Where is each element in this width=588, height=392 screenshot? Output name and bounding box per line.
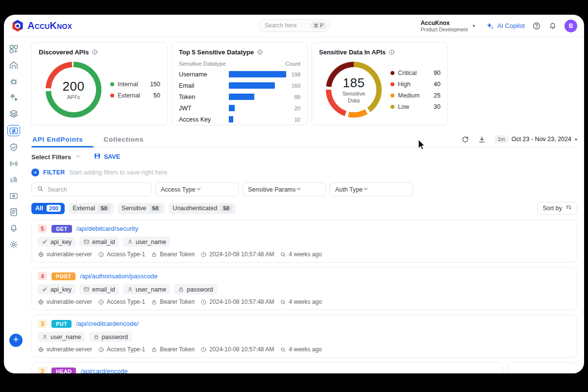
bar-chart-row: JWT20: [179, 102, 300, 114]
tag-chip-user_name[interactable]: user_name: [123, 284, 171, 294]
select-filters-dropdown[interactable]: Select Filters: [31, 153, 81, 161]
legend-dot-icon: [110, 82, 114, 86]
sidebar-item-settings[interactable]: [9, 240, 19, 249]
refresh-icon[interactable]: [461, 135, 469, 144]
user-icon: [127, 286, 133, 293]
endpoint-path-link[interactable]: /api/authorisation/passcode: [80, 272, 157, 280]
filter-chip-unauthenticated[interactable]: Unauthenticated50: [169, 203, 236, 214]
filter-chip-external[interactable]: External50: [69, 203, 114, 214]
globe-icon: [38, 251, 44, 258]
save-filter-button[interactable]: SAVE: [94, 152, 120, 161]
meta-access-type-text: Access Type-1: [107, 298, 145, 305]
range-badge: 1m: [494, 135, 508, 143]
auth-type-select[interactable]: Auth Type: [330, 182, 413, 196]
meta-server: vulnerable-server: [38, 298, 92, 305]
logo-text: AccuKnox: [27, 20, 72, 31]
globe-icon: [38, 346, 44, 353]
legend-value: 40: [434, 81, 441, 88]
mail-icon: [83, 286, 90, 293]
legend-item: External50: [110, 92, 160, 99]
legend-dot-icon: [391, 82, 394, 86]
endpoint-tags: api_keyemail_iduser_name: [38, 237, 571, 247]
endpoint-row[interactable]: 3PUT/api/creditcardencode/user_namepassw…: [31, 315, 577, 358]
filter-chip-sensitive[interactable]: Sensitive50: [118, 203, 165, 214]
legend-item: Internal150: [110, 81, 160, 88]
download-icon[interactable]: [478, 135, 486, 144]
info-icon[interactable]: [92, 49, 98, 55]
tag-chip-password[interactable]: password: [174, 284, 217, 294]
filter-hint: Start adding filters to save right here: [69, 169, 168, 176]
legend-value: 50: [153, 92, 160, 99]
sidebar-item-workloads[interactable]: [9, 109, 19, 119]
donut-value: 185: [343, 75, 365, 91]
endpoint-count-badge: 5: [38, 224, 47, 233]
tag-chip-user_name[interactable]: user_name: [123, 237, 171, 247]
endpoint-path-link[interactable]: /api/debitcard/security: [76, 225, 138, 232]
key-icon: [42, 286, 48, 293]
discovered-apis-card: Discovered APIs 200 API's Internal150Ext…: [31, 42, 168, 125]
legend-label: High: [398, 81, 411, 88]
meta-server: vulnerable-server: [38, 346, 92, 353]
meta-auth-text: Bearer Token: [160, 346, 195, 353]
sidebar-item-dashboard[interactable]: [9, 44, 19, 54]
sidebar-item-reports[interactable]: [9, 207, 19, 217]
sidebar-item-api-security[interactable]: [7, 125, 20, 136]
bar-label: Email: [179, 82, 229, 89]
meta-auth-text: Bearer Token: [160, 298, 195, 305]
legend-item: Medium25: [391, 92, 441, 99]
bar-col-label: Sensitive Datatype: [179, 61, 226, 67]
help-icon[interactable]: [532, 22, 541, 30]
plus-icon: [12, 336, 20, 345]
sidebar-item-issues[interactable]: [9, 76, 19, 86]
endpoint-row[interactable]: 2HEAD/api/card/encodeemail_iduser_namepa…: [31, 362, 503, 373]
tag-chip-user_name[interactable]: user_name: [38, 332, 85, 342]
filter-chips: All200External50Sensitive50Unauthenticat…: [31, 202, 577, 215]
tag-chip-api_key[interactable]: api_key: [38, 237, 75, 247]
notifications-icon[interactable]: [548, 22, 557, 30]
ai-copilot-button[interactable]: AI Copilot: [486, 22, 525, 30]
filter-label[interactable]: FILTER: [43, 169, 65, 176]
tag-chip-email_id[interactable]: email_id: [79, 237, 119, 247]
tab-collections[interactable]: Collections: [102, 131, 150, 147]
legend-value: 150: [150, 81, 160, 88]
endpoint-path-link[interactable]: /api/card/encode: [80, 368, 127, 373]
endpoint-path-link[interactable]: /api/creditcardencode/: [76, 320, 139, 327]
access-type-select[interactable]: Access Type: [155, 182, 239, 196]
sidebar-item-compliance[interactable]: [9, 143, 19, 152]
lock-icon: [151, 251, 157, 258]
endpoint-row[interactable]: 5GET/api/debitcard/securityapi_keyemail_…: [31, 220, 577, 263]
sidebar-item-ai-assist[interactable]: [9, 93, 19, 102]
tag-chip-api_key[interactable]: api_key: [38, 284, 75, 294]
info-icon[interactable]: [257, 49, 263, 55]
tag-chip-email_id[interactable]: email_id: [79, 284, 119, 294]
endpoint-tags: api_keyemail_iduser_namepassword: [38, 284, 571, 294]
card-title: Top 5 Sensitive Datatype: [179, 49, 254, 56]
global-search-input[interactable]: Search here ⌘ P: [258, 19, 330, 32]
sidebar-item-inventory[interactable]: [9, 60, 19, 70]
add-filter-button[interactable]: [31, 169, 39, 176]
sidebar-item-runtime-protection[interactable]: [9, 159, 19, 169]
save-label: SAVE: [104, 153, 120, 160]
tab-api-endpoints[interactable]: API EndPoints: [31, 131, 90, 147]
legend-label: Low: [398, 103, 409, 110]
sidebar-item-identity[interactable]: [9, 175, 19, 185]
clock-icon: [200, 251, 207, 258]
endpoint-meta: vulnerable-serverAccess Type-1Bearer Tok…: [38, 251, 571, 258]
user-icon: [42, 334, 48, 340]
method-badge: PUT: [51, 320, 72, 328]
sidebar-item-rewards[interactable]: [9, 191, 19, 201]
app-window: AccuKnox Search here ⌘ P AccuKnox Produc…: [4, 15, 584, 373]
tenant-switcher[interactable]: AccuKnox Product Development ▾: [420, 20, 475, 32]
accuknox-logo[interactable]: AccuKnox: [12, 20, 72, 32]
add-button[interactable]: [9, 334, 23, 347]
endpoint-search-input[interactable]: [48, 186, 146, 193]
endpoint-row[interactable]: 4POST/api/authorisation/passcodeapi_keye…: [31, 267, 577, 310]
sensitive-params-select[interactable]: Sensitive Params: [243, 182, 326, 196]
tag-chip-password[interactable]: password: [89, 332, 132, 342]
sort-by-button[interactable]: Sort by: [537, 202, 577, 215]
info-icon[interactable]: [389, 49, 395, 55]
sidebar-item-notifications[interactable]: [9, 223, 19, 233]
date-range-picker[interactable]: 1m Oct 23 - Nov 23, 2024 ▾: [494, 135, 577, 143]
avatar[interactable]: B: [564, 20, 577, 32]
filter-chip-all[interactable]: All200: [31, 203, 65, 214]
